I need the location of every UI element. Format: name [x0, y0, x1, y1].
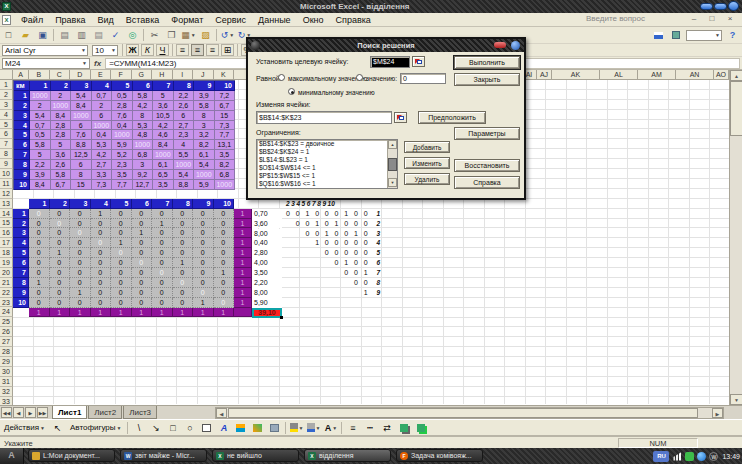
cell[interactable]: 1000 — [153, 150, 174, 160]
cell[interactable]: 0 — [50, 228, 71, 238]
cell[interactable]: 0 — [91, 268, 112, 278]
workbook-close-icon[interactable]: × — [724, 14, 736, 23]
cell[interactable]: 5,9 — [194, 180, 215, 190]
row-header-6[interactable]: 6 — [0, 129, 13, 139]
cell[interactable]: 0 — [173, 298, 194, 308]
scroll-right-icon[interactable]: ▶ — [712, 408, 723, 418]
menu-4[interactable]: Формат — [165, 14, 209, 26]
network-globe-icon[interactable] — [697, 452, 706, 461]
cell[interactable]: 2,8 — [51, 121, 72, 131]
row-header-18[interactable]: 18 — [0, 248, 13, 258]
cell[interactable]: 5,3 — [92, 140, 113, 150]
tab-prev-icon[interactable]: ◀ — [13, 407, 24, 418]
cell[interactable]: 1 — [111, 238, 132, 248]
cell[interactable]: 0 — [29, 219, 50, 229]
solve-button[interactable]: Выполнить — [454, 56, 520, 69]
cell[interactable]: 0 — [70, 278, 91, 288]
cell[interactable]: 0 — [302, 219, 312, 229]
cell[interactable]: 0 — [70, 219, 91, 229]
insert-function-icon[interactable]: fx — [94, 59, 101, 68]
tab-first-icon[interactable]: ◀◀ — [1, 407, 12, 418]
cell[interactable]: 0 — [351, 278, 361, 288]
cell[interactable]: 15 — [71, 180, 92, 190]
cell[interactable]: 0 — [91, 228, 112, 238]
cell[interactable]: 8 — [133, 111, 154, 121]
cell[interactable]: 0 — [50, 288, 71, 298]
col-header-B[interactable]: B — [29, 70, 50, 80]
cell[interactable]: 0 — [132, 298, 153, 308]
cell[interactable]: 4,2 — [153, 121, 174, 131]
open-folder-icon[interactable]: ▰ — [18, 28, 33, 42]
cell[interactable]: 8,8 — [71, 140, 92, 150]
cell[interactable]: 0 — [351, 248, 361, 258]
row-header-3[interactable]: 3 — [0, 100, 13, 110]
cell[interactable]: 0 — [214, 258, 235, 268]
cell[interactable]: 0 — [312, 209, 322, 219]
col-sum-cell[interactable]: 1 — [152, 308, 173, 318]
cell[interactable]: 5,5 — [174, 150, 195, 160]
cell[interactable]: 2,3 — [174, 130, 195, 140]
cell[interactable]: 0 — [70, 268, 91, 278]
constraint-item[interactable]: $O$14:$W$14 <= 1 — [257, 164, 397, 172]
row-header-31[interactable]: 31 — [0, 377, 13, 387]
cell[interactable]: 3,5 — [153, 180, 174, 190]
textbox-icon[interactable] — [199, 421, 214, 435]
cell[interactable]: 2,7 — [174, 121, 195, 131]
cell[interactable]: 0 — [132, 238, 153, 248]
cell[interactable]: 0 — [351, 258, 361, 268]
row-header-28[interactable]: 28 — [0, 347, 13, 357]
col-header-AK[interactable]: AK — [552, 70, 600, 80]
research-icon[interactable]: ◎ — [125, 28, 140, 42]
row-sum-cell[interactable]: 1 — [234, 209, 252, 219]
cell[interactable]: 0 — [351, 209, 361, 219]
cell[interactable]: 10,5 — [153, 111, 174, 121]
cell[interactable]: 0,5 — [30, 130, 51, 140]
cell[interactable]: 1 — [29, 278, 50, 288]
constraint-item[interactable]: $B$24:$K$24 = 1 — [257, 148, 397, 156]
row-sum-cell[interactable]: 1 — [234, 288, 252, 298]
select-objects-icon[interactable]: ↖ — [50, 421, 65, 435]
cell[interactable]: 0 — [91, 258, 112, 268]
cell[interactable]: 0 — [111, 209, 132, 219]
cell[interactable]: 7,2 — [215, 91, 236, 101]
cell[interactable]: 0 — [351, 219, 361, 229]
cell[interactable]: 0 — [132, 268, 153, 278]
cell[interactable]: 0 — [173, 268, 194, 278]
options-button[interactable]: Параметры — [454, 127, 520, 140]
signal-bars-icon[interactable] — [673, 452, 682, 461]
row-header-12[interactable]: 12 — [0, 189, 13, 199]
dialog-title-bar[interactable]: Поиск решения — [248, 39, 524, 52]
wordart-icon[interactable]: А — [216, 421, 231, 435]
col-sum-cell[interactable]: 1 — [111, 308, 132, 318]
bold-button[interactable]: Ж — [126, 44, 139, 56]
undo-icon[interactable]: ↺▼ — [220, 28, 235, 42]
col-sum-cell[interactable]: 1 — [70, 308, 91, 318]
cell[interactable]: 6,7 — [51, 180, 72, 190]
delete-constraint-button[interactable]: Удалить — [404, 173, 450, 185]
cell[interactable]: 1 — [132, 228, 153, 238]
cell[interactable]: 0 — [361, 229, 371, 239]
cell[interactable]: 2,2 — [30, 160, 51, 170]
cell[interactable]: 0 — [50, 298, 71, 308]
row-header-10[interactable]: 10 — [0, 169, 13, 179]
col-header-G[interactable]: G — [132, 70, 153, 80]
cell[interactable]: 0 — [193, 288, 214, 298]
scroll-down-icon[interactable]: ▼ — [730, 394, 742, 405]
cell[interactable]: 1 — [193, 298, 214, 308]
cell[interactable]: 0 — [214, 298, 235, 308]
col-header-K[interactable]: K — [214, 70, 235, 80]
close-button[interactable] — [728, 1, 739, 11]
row-header-24[interactable]: 24 — [0, 307, 13, 317]
cell[interactable]: 0 — [173, 278, 194, 288]
row-header-27[interactable]: 27 — [0, 337, 13, 347]
cell[interactable]: 1000 — [71, 111, 92, 121]
listbox-thumb[interactable] — [388, 158, 397, 171]
font-name-combo[interactable]: Arial Cyr▼ — [2, 45, 88, 56]
row-header-9[interactable]: 9 — [0, 159, 13, 169]
cell[interactable]: 0 — [173, 219, 194, 229]
scroll-up-icon[interactable]: ▲ — [730, 70, 742, 81]
cell[interactable]: 0 — [132, 219, 153, 229]
row-header-13[interactable]: 13 — [0, 199, 13, 209]
cell[interactable]: 12,7 — [133, 180, 154, 190]
constraints-listbox[interactable]: $B$14:$K$23 = двоичное$B$24:$K$24 = 1$L$… — [256, 139, 398, 189]
